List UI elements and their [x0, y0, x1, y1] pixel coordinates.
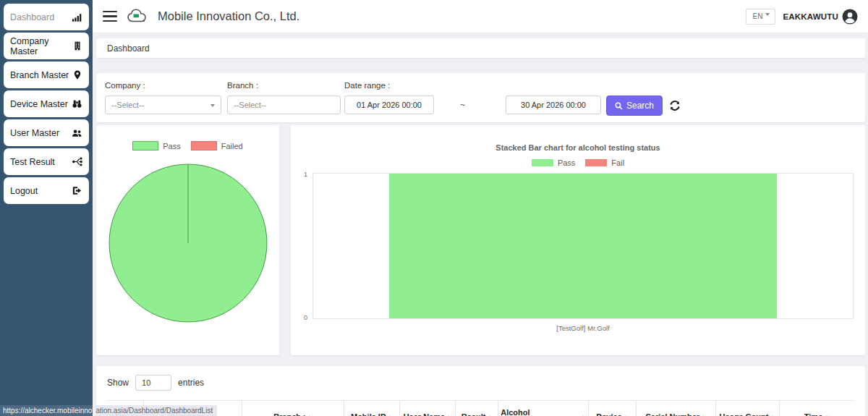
binoculars-icon [72, 98, 82, 109]
legend-pass-label[interactable]: Pass [558, 158, 575, 167]
cloud-logo-icon[interactable] [127, 8, 148, 25]
sidebar-item-user-master[interactable]: User Master [4, 119, 89, 146]
sidebar-item-test-result[interactable]: Test Result [4, 148, 89, 175]
search-group: Search [601, 80, 663, 116]
bar-chart-title: Stacked Bar chart for alcohol testing st… [291, 143, 865, 152]
sidebar-item-label: Test Result [10, 157, 55, 167]
company-select[interactable]: --Select-- [105, 95, 221, 114]
legend-fail-swatch[interactable] [585, 159, 607, 166]
sidebar-item-label: Branch Master [10, 70, 69, 80]
branch-filter-group: Branch : --Select-- [227, 80, 341, 114]
charts-row: Pass Failed Stacked Bar chart for alcoho… [96, 125, 865, 355]
sidebar-item-label: Logout [10, 186, 38, 196]
table-header-row: No. Company : Branch : Mobile ID User Na… [107, 400, 854, 416]
x-axis-category-label: [TestGolf] Mr.Golf [312, 324, 854, 332]
legend-failed-label[interactable]: Failed [221, 142, 243, 150]
company-label: Company : [105, 81, 221, 90]
column-header-result[interactable]: Result [456, 401, 498, 416]
status-bar-url: https://alchecker.mobileinnovation.asia/… [0, 405, 217, 416]
company-filter-group: Company : --Select-- [105, 80, 221, 114]
pass-bar[interactable] [389, 174, 777, 318]
entries-label: entries [178, 378, 204, 388]
filter-bar: Company : --Select-- Branch : --Select--… [96, 73, 865, 122]
column-header-serial-number[interactable]: Serial Number [637, 401, 715, 416]
signal-bars-icon [72, 12, 82, 22]
column-header-mobile-id[interactable]: Mobile ID [344, 401, 399, 416]
sort-icon [624, 413, 629, 416]
refresh-sync-icon[interactable] [669, 95, 681, 116]
sidebar-item-branch-master[interactable]: Branch Master [4, 61, 89, 88]
y-axis-tick-min: 0 [304, 314, 307, 321]
breadcrumb-label: Dashboard [107, 43, 150, 54]
refresh-group [663, 80, 681, 116]
sidebar-item-company-master[interactable]: Company Master [4, 33, 89, 59]
breadcrumb: Dashboard [96, 38, 865, 58]
sort-icon [825, 413, 830, 416]
legend-fail-label[interactable]: Fail [611, 158, 624, 167]
show-label: Show [107, 378, 129, 388]
user-name: EAKKAWUTU [783, 12, 838, 21]
status-url-part-1: https://alchecker.mobileinnov [0, 405, 95, 416]
column-header-alcohol-concentration[interactable]: Alcohol Concentration [498, 401, 589, 416]
status-url-part-2: ation.asia/Dashboard/DashboardList [95, 405, 217, 416]
column-header-user-name[interactable]: User Name [400, 401, 456, 416]
dateto-group [465, 80, 601, 114]
sort-icon [488, 413, 493, 416]
date-to-input[interactable] [506, 95, 601, 114]
y-axis-tick-max: 1 [304, 171, 307, 178]
column-header-branch[interactable]: Branch : [242, 401, 345, 416]
company-select-value: --Select-- [111, 101, 144, 109]
column-header-device[interactable]: Device [589, 401, 637, 416]
entries-count-input[interactable] [135, 375, 171, 391]
sidebar-item-logout[interactable]: Logout [4, 177, 89, 204]
sort-icon [447, 413, 452, 416]
sidebar-item-label: Company Master [10, 36, 72, 56]
sidebar-item-dashboard[interactable]: Dashboard [4, 4, 89, 30]
bar-chart-plot-area[interactable]: 1 0 [312, 173, 854, 319]
users-icon [72, 127, 82, 138]
bar-chart-card: Stacked Bar chart for alcohol testing st… [291, 125, 865, 355]
date-from-input[interactable] [344, 95, 434, 114]
search-button-label: Search [626, 101, 654, 111]
bar-legend: Pass Fail [291, 158, 865, 167]
legend-failed-swatch[interactable] [191, 141, 217, 150]
daterange-filter-group: Date range : [344, 80, 434, 114]
branch-select[interactable]: --Select-- [227, 95, 341, 114]
column-header-time[interactable]: Time [780, 401, 854, 416]
daterange-label: Date range : [344, 81, 434, 90]
daterange-separator-group: ~ [434, 80, 465, 114]
show-entries-control: Show entries [107, 375, 854, 391]
sidebar-item-label: Dashboard [10, 12, 54, 22]
main-content: Dashboard Company : --Select-- Branch : … [93, 33, 868, 416]
sort-icon [770, 413, 775, 416]
sidebar-item-device-master[interactable]: Device Master [4, 90, 89, 117]
logout-icon [72, 185, 82, 196]
sort-icon [308, 413, 313, 416]
avatar[interactable] [842, 9, 858, 25]
sort-icon [582, 413, 587, 416]
flow-icon [72, 156, 82, 167]
pie-chart-card: Pass Failed [96, 125, 279, 355]
legend-pass-swatch[interactable] [532, 159, 553, 166]
legend-pass-label[interactable]: Pass [163, 142, 180, 150]
building-icon [72, 41, 82, 51]
app-title: Mobile Innovation Co., Ltd. [158, 9, 299, 23]
caret-down-icon [765, 13, 770, 16]
pie-legend: Pass Failed [96, 141, 279, 150]
daterange-separator: ~ [460, 95, 465, 114]
sidebar: Dashboard Company Master Branch Master D… [0, 0, 93, 416]
language-dropdown[interactable]: EN [746, 9, 776, 25]
hamburger-icon[interactable] [103, 11, 117, 22]
caret-down-icon [210, 104, 215, 107]
search-button[interactable]: Search [606, 95, 663, 116]
location-pin-icon [72, 69, 82, 80]
column-header-usage-count[interactable]: Usage Count [716, 401, 780, 416]
sidebar-item-label: User Master [10, 128, 59, 138]
language-label: EN [753, 12, 763, 20]
sort-icon [702, 413, 707, 416]
branch-label: Branch : [227, 81, 341, 90]
sidebar-item-label: Device Master [10, 99, 68, 109]
sort-icon [388, 413, 393, 416]
legend-pass-swatch[interactable] [132, 141, 158, 150]
pie-chart[interactable] [109, 164, 268, 323]
